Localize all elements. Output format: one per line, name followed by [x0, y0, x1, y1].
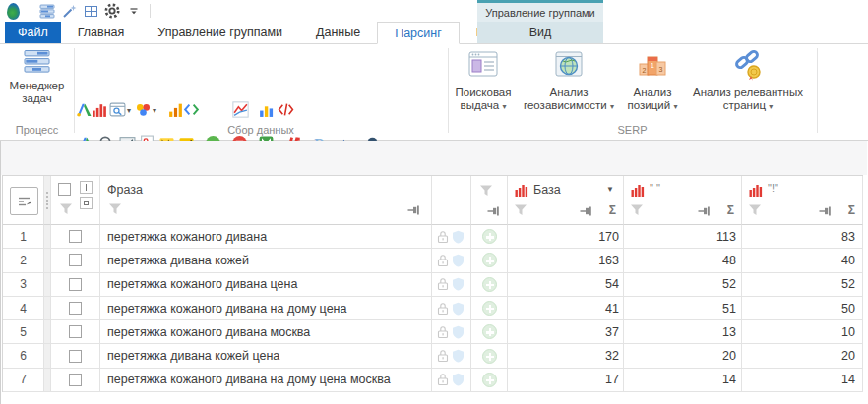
row-checkbox[interactable] [69, 302, 82, 315]
separator [31, 4, 31, 18]
code-brackets-icon[interactable] [183, 101, 200, 118]
shield-icon [452, 349, 465, 363]
quotes-value: 113 [624, 225, 742, 249]
phrase-cell[interactable]: перетяжка кожаного дивана [100, 225, 432, 249]
row-checkbox[interactable] [69, 230, 82, 243]
add-to-group-cell [471, 344, 508, 368]
row-drag-handle[interactable] [44, 344, 51, 368]
exclamation-value: 20 [742, 344, 863, 368]
settings-gear-icon[interactable] [103, 2, 121, 20]
tab-file[interactable]: Файл [5, 22, 61, 43]
shield-icon [452, 373, 465, 386]
sort-caret-icon[interactable]: ▼ [606, 185, 614, 194]
pin-column-icon[interactable] [407, 204, 421, 216]
exclamation-column-header[interactable]: "!" Σ [742, 176, 863, 225]
invert-selection-button[interactable] [80, 181, 93, 194]
color-dots-icon[interactable] [135, 101, 152, 118]
row-drag-handle[interactable] [44, 225, 51, 249]
filter-funnel-icon[interactable] [514, 204, 527, 216]
phrase-cell[interactable]: перетяжка кожаного дивана на дому цена м… [100, 369, 432, 392]
task-manager-icon[interactable] [38, 2, 56, 20]
filter-funnel-icon[interactable] [108, 203, 122, 215]
pin-column-icon[interactable] [698, 205, 712, 217]
row-number: 6 [3, 344, 44, 368]
lock-icon [437, 230, 449, 244]
drag-handle-column-header[interactable] [44, 176, 51, 225]
line-chart-icon[interactable] [232, 101, 249, 118]
status-icons-cell [432, 249, 471, 272]
row-drag-handle[interactable] [44, 297, 51, 320]
dropdown-caret-icon[interactable]: ▾ [153, 106, 156, 115]
add-plus-icon[interactable] [482, 324, 497, 339]
tab-home[interactable]: Главная [61, 22, 142, 43]
base-value: 17 [508, 369, 624, 392]
task-manager-button[interactable]: Менеджер задач [6, 49, 68, 105]
red-code-icon[interactable] [278, 101, 294, 118]
add-plus-icon[interactable] [482, 373, 497, 387]
titlebar [0, 0, 868, 22]
exclamation-value: 14 [742, 369, 863, 392]
sum-icon[interactable]: Σ [609, 203, 616, 217]
analytics-bars-icon[interactable] [167, 101, 184, 118]
pin-column-icon[interactable] [580, 205, 593, 217]
quotes-column-header[interactable]: " " Σ [624, 176, 742, 225]
tab-parsing[interactable]: Парсинг [377, 22, 460, 44]
sum-icon[interactable]: Σ [848, 203, 855, 217]
browser-search-icon[interactable] [109, 101, 126, 118]
serp-positions-button[interactable]: 213 Анализ позиций ▾ [623, 49, 682, 113]
row-checkbox-cell [51, 297, 100, 320]
add-plus-icon[interactable] [482, 277, 497, 292]
serp-relevant-pages-button[interactable]: Анализ релевантных страниц ▾ [682, 49, 814, 113]
row-checkbox[interactable] [69, 278, 82, 291]
add-plus-icon[interactable] [482, 349, 497, 364]
quotes-value: 20 [624, 344, 742, 368]
serp-geo-analysis-button[interactable]: Анализ геозависимости ▾ [516, 49, 622, 113]
add-plus-icon[interactable] [482, 229, 497, 244]
filter-funnel-icon[interactable] [479, 185, 493, 197]
pin-column-icon[interactable] [819, 205, 833, 217]
filter-funnel-icon[interactable] [748, 204, 762, 216]
phrase-cell[interactable]: перетяжка кожаного дивана москва [100, 320, 432, 344]
bar-chart-icon[interactable] [258, 101, 275, 118]
base-column-header[interactable]: База ▼ Σ [508, 176, 624, 225]
tab-data[interactable]: Данные [299, 22, 377, 43]
dropdown-caret-icon[interactable]: ▾ [127, 106, 131, 115]
magic-wand-icon[interactable] [60, 2, 78, 20]
table-corner-header [3, 176, 44, 225]
customize-toolbar-icon[interactable] [125, 2, 143, 20]
add-to-group-cell [471, 249, 508, 272]
phrase-cell[interactable]: перетяжка кожаного дивана цена [100, 273, 432, 297]
google-ads-icon[interactable] [76, 101, 93, 118]
sum-icon[interactable]: Σ [727, 203, 734, 217]
contextual-tab-view[interactable]: Вид [477, 22, 603, 44]
row-checkbox[interactable] [69, 374, 82, 386]
split-view-icon[interactable] [82, 2, 99, 20]
task-manager-label: Менеджер задач [10, 80, 65, 104]
frequency-bars-icon [631, 184, 646, 197]
phrase-cell[interactable]: перетяжка кожаного дивана на дому цена [100, 297, 432, 320]
row-drag-handle[interactable] [44, 273, 51, 297]
row-checkbox[interactable] [69, 254, 82, 266]
filter-funnel-icon[interactable] [630, 204, 644, 216]
row-checkbox[interactable] [69, 325, 82, 338]
serp-search-results-button[interactable]: Поисковая выдача ▾ [451, 49, 516, 113]
grid-settings-button[interactable] [10, 187, 38, 215]
select-all-checkbox[interactable] [58, 183, 71, 196]
phrase-cell[interactable]: перетяжка дивана кожей [100, 249, 432, 272]
wordstat-bars-icon[interactable] [92, 101, 108, 118]
filter-funnel-icon[interactable] [59, 203, 73, 215]
clear-selection-button[interactable] [80, 197, 93, 209]
add-plus-icon[interactable] [482, 253, 497, 267]
pin-column-icon[interactable] [487, 205, 501, 217]
row-drag-handle[interactable] [44, 320, 51, 344]
row-checkbox[interactable] [69, 350, 82, 363]
row-drag-handle[interactable] [44, 249, 51, 272]
quotes-value: 52 [624, 273, 742, 297]
add-plus-icon[interactable] [482, 301, 497, 316]
phrase-column-header[interactable]: Фраза [100, 176, 432, 225]
quotes-column-title: " " [650, 182, 660, 194]
row-drag-handle[interactable] [44, 369, 51, 392]
phrase-cell[interactable]: перетяжка дивана кожей цена [100, 344, 432, 368]
quotes-value: 51 [624, 297, 742, 320]
tab-group-management[interactable]: Управление группами [141, 22, 299, 43]
